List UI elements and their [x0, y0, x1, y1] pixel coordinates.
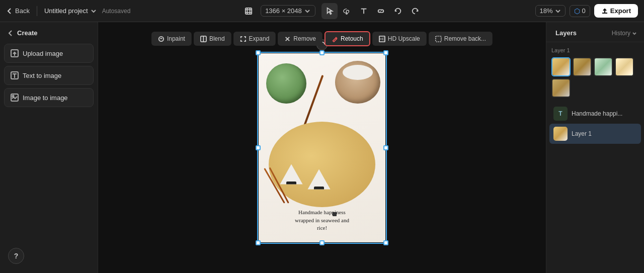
frame-tool-button[interactable] [240, 3, 257, 19]
credits-button[interactable]: ⬡ 0 [570, 5, 590, 17]
layer-thumbnails [551, 57, 639, 98]
text-tool-button[interactable] [356, 3, 372, 19]
resize-handle-mr[interactable] [383, 145, 388, 150]
layer-section: Layer 1 [546, 42, 644, 101]
redo-button[interactable] [407, 3, 423, 19]
topbar-right: 18% ⬡ 0 Export [535, 4, 638, 18]
blend-label: Blend [209, 35, 225, 42]
expand-label: Expand [249, 35, 270, 42]
select-tool-button[interactable] [321, 3, 338, 19]
back-button[interactable]: Back [6, 7, 30, 15]
wooden-board [269, 122, 375, 207]
autosaved-status: Autosaved [102, 8, 131, 15]
zoom-control[interactable]: 18% [535, 5, 566, 17]
text-to-image-label: Text to image [23, 72, 61, 79]
layer-1-icon [553, 127, 568, 141]
layer-1-mini-img [553, 127, 568, 141]
thumb-img-3 [595, 58, 612, 75]
main-area: Create Upload image Text to image [0, 22, 644, 273]
image-to-image-label: Image to image [23, 94, 68, 102]
zoom-level: 18% [540, 7, 553, 15]
resize-handle-tr[interactable] [383, 50, 388, 55]
canvas-wrapper[interactable]: Handmade happinesswrapped in seaweed and… [98, 22, 546, 273]
onigiri-2 [306, 169, 332, 197]
svg-point-15 [13, 96, 14, 97]
canvas-image-container[interactable]: Handmade happinesswrapped in seaweed and… [259, 53, 385, 242]
svg-text:HD: HD [380, 37, 385, 41]
export-button[interactable]: Export [594, 4, 638, 18]
thumb-img-1 [552, 58, 570, 75]
expand-button[interactable]: Expand [233, 32, 276, 46]
resize-handle-tl[interactable] [256, 50, 261, 55]
rice-top [343, 65, 373, 80]
image-to-image-button[interactable]: Image to image [4, 88, 94, 107]
upload-image-label: Upload image [23, 50, 63, 57]
left-sidebar: Create Upload image Text to image [0, 22, 98, 273]
history-label: History [612, 30, 630, 37]
layer-1-item[interactable]: Layer 1 [549, 124, 641, 144]
layer-thumb-3[interactable] [594, 57, 613, 76]
layer-thumb-1[interactable] [551, 57, 571, 76]
canvas-area: Inpaint Blend Expand Remove Retouch HD H… [98, 22, 546, 273]
svg-rect-0 [246, 8, 252, 14]
svg-point-16 [159, 36, 164, 41]
canvas-image: Handmade happinesswrapped in seaweed and… [259, 53, 385, 242]
layer-thumb-4[interactable] [615, 57, 634, 76]
green-bowl [266, 63, 306, 104]
right-sidebar-tabs: Layers History [546, 22, 644, 42]
back-label: Back [15, 7, 30, 15]
layer-1-label: Layer 1 [551, 47, 639, 53]
onigiri-1 [279, 164, 304, 192]
canvas-size-button[interactable]: 1366 × 2048 [261, 5, 315, 17]
remove-back-label: Remove back... [444, 35, 486, 42]
right-sidebar: Layers History Layer 1 [546, 22, 644, 273]
remove-back-button[interactable]: Remove back... [429, 32, 493, 46]
thumb-img-2 [574, 58, 591, 75]
layers-tab[interactable]: Layers [553, 28, 579, 38]
topbar: Back Untitled project Autosaved 1366 × 2… [0, 0, 644, 22]
remove-label: Remove [293, 35, 316, 42]
help-button[interactable]: ? [8, 248, 24, 264]
hd-upscale-button[interactable]: HD HD Upscale [372, 32, 427, 46]
text-layer-name: Handmade happi... [572, 110, 622, 117]
layer-thumb-2[interactable] [573, 57, 592, 76]
remove-button[interactable]: Remove [278, 32, 323, 46]
topbar-center: 1366 × 2048 [240, 3, 425, 19]
layer-list: T Handmade happi... Layer 1 [546, 101, 644, 273]
thumb-img-4 [616, 58, 633, 75]
link-tool-button[interactable] [373, 3, 389, 19]
canvas-text-overlay: Handmade happinesswrapped in seaweed and… [259, 209, 385, 232]
blend-button[interactable]: Blend [194, 32, 231, 46]
rice-bowl [335, 61, 380, 104]
text-layer-item[interactable]: T Handmade happi... [549, 104, 641, 124]
divider [37, 6, 37, 16]
resize-handle-bm[interactable] [319, 240, 325, 245]
create-header[interactable]: Create [4, 27, 94, 39]
inpaint-button[interactable]: Inpaint [151, 32, 192, 46]
resize-handle-tm[interactable] [319, 50, 325, 55]
project-name: Untitled project [44, 7, 88, 15]
text-to-image-button[interactable]: Text to image [4, 66, 94, 85]
upload-image-button[interactable]: Upload image [4, 44, 94, 63]
hd-upscale-label: HD Upscale [388, 35, 420, 42]
canvas-toolbar: Inpaint Blend Expand Remove Retouch HD H… [151, 26, 493, 50]
create-label: Create [17, 29, 37, 37]
retouch-button[interactable]: Retouch [325, 31, 370, 46]
undo-button[interactable] [390, 3, 406, 19]
thumb-img-5 [552, 79, 570, 97]
export-label: Export [610, 7, 631, 15]
svg-rect-22 [436, 36, 441, 41]
history-tab[interactable]: History [612, 30, 637, 37]
inpaint-label: Inpaint [167, 35, 185, 42]
canvas-size-label: 1366 × 2048 [265, 7, 302, 15]
resize-handle-ml[interactable] [256, 145, 261, 150]
cursor-dot [333, 212, 337, 216]
lasso-tool-button[interactable] [339, 3, 355, 19]
credits-count: 0 [582, 7, 586, 15]
resize-handle-br[interactable] [383, 240, 388, 245]
retouch-label: Retouch [341, 35, 363, 42]
layer-1-name: Layer 1 [572, 130, 592, 137]
layer-thumb-5[interactable] [551, 78, 571, 98]
project-name-button[interactable]: Untitled project [44, 7, 97, 15]
resize-handle-bl[interactable] [256, 240, 261, 245]
